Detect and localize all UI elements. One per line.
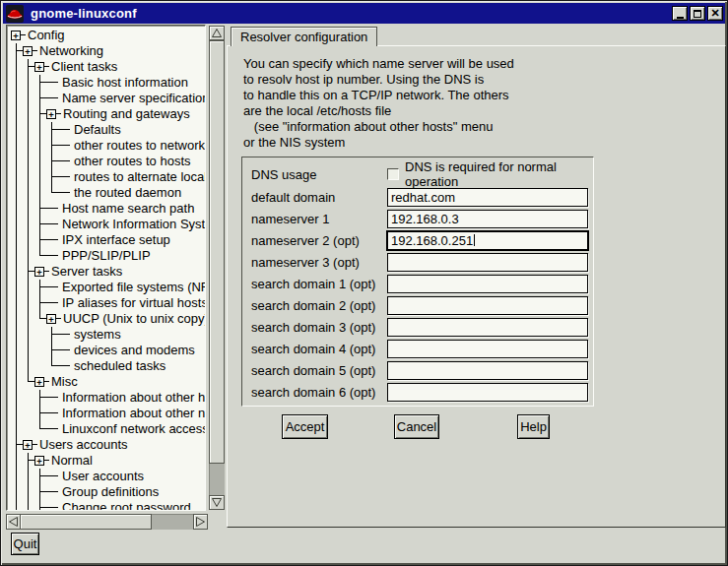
- tree-item[interactable]: +Normal: [11, 453, 205, 469]
- text-entry[interactable]: [387, 296, 588, 315]
- tree-expander-icon[interactable]: +: [34, 264, 49, 280]
- tree-guide-line: [34, 106, 46, 122]
- tree-item[interactable]: Information about other host: [11, 390, 205, 406]
- tree-item[interactable]: Host name search path: [11, 201, 205, 217]
- quit-button[interactable]: Quit: [11, 533, 39, 555]
- help-button[interactable]: Help: [517, 414, 550, 439]
- tree-expander-icon[interactable]: +: [23, 437, 37, 453]
- tree-expander-icon[interactable]: +: [34, 59, 49, 75]
- field-label: search domain 5 (opt): [251, 363, 387, 378]
- form-field-row: nameserver 2 (opt)192.168.0.251: [251, 229, 593, 251]
- tree-item[interactable]: +UUCP (Unix to unix copy): [11, 311, 205, 327]
- text-entry[interactable]: [387, 318, 588, 337]
- text-entry[interactable]: [387, 253, 588, 272]
- tree-item[interactable]: +Misc: [11, 374, 205, 390]
- tree-guide-line: [34, 122, 46, 138]
- tree-guide-line: [34, 217, 46, 232]
- tree-item[interactable]: the routed daemon: [11, 185, 205, 201]
- tree-expander-icon[interactable]: +: [11, 28, 26, 43]
- scroll-left-button[interactable]: [6, 514, 21, 530]
- titlebar[interactable]: gnome-linuxconf ✕: [3, 3, 725, 24]
- tree-item-label: UUCP (Unix to unix copy): [63, 311, 206, 327]
- tree-item[interactable]: +Users accounts: [11, 437, 205, 453]
- field-label: search domain 3 (opt): [251, 320, 387, 335]
- tree-expander-icon[interactable]: +: [34, 374, 49, 390]
- tree-expander-icon[interactable]: +: [46, 106, 61, 122]
- text-entry[interactable]: [387, 383, 588, 402]
- scroll-up-button[interactable]: [209, 26, 225, 40]
- tree-guide-line: [11, 138, 23, 154]
- tree-item[interactable]: +Routing and gateways: [11, 106, 205, 122]
- tree-guide-line: [34, 201, 46, 217]
- tree-item[interactable]: other routes to hosts: [11, 154, 205, 169]
- plus-box-icon[interactable]: +: [23, 46, 33, 56]
- tree-expander-icon[interactable]: +: [34, 453, 49, 469]
- cancel-button[interactable]: Cancel: [394, 414, 439, 439]
- tree-item[interactable]: Defaults: [11, 122, 205, 138]
- tree-expander-icon[interactable]: +: [46, 311, 61, 327]
- plus-box-icon[interactable]: +: [11, 31, 21, 40]
- text-entry[interactable]: [387, 340, 588, 358]
- tree-guide-line: [23, 185, 34, 201]
- tree-item[interactable]: Group definitions: [11, 484, 205, 500]
- tree-item[interactable]: other routes to networks: [11, 138, 205, 154]
- tree-guide-line: [46, 500, 60, 511]
- tree-item[interactable]: +Server tasks: [11, 264, 205, 280]
- tab-resolver-configuration[interactable]: Resolver configuration: [231, 27, 377, 46]
- tree-item[interactable]: routes to alternate local ne: [11, 169, 205, 185]
- tree-item[interactable]: PPP/SLIP/PLIP: [11, 248, 205, 264]
- tree-item[interactable]: +Client tasks: [11, 59, 205, 75]
- tree-expander-icon[interactable]: +: [23, 43, 37, 59]
- text-entry[interactable]: 192.168.0.251: [387, 231, 588, 250]
- tree-guide-line: [34, 91, 46, 106]
- horizontal-scroll-thumb[interactable]: [20, 514, 152, 530]
- plus-box-icon[interactable]: +: [46, 314, 56, 324]
- close-button[interactable]: ✕: [707, 6, 723, 21]
- plus-box-icon[interactable]: +: [34, 377, 44, 387]
- field-label: search domain 1 (opt): [251, 277, 387, 291]
- tree-item[interactable]: devices and modems: [11, 343, 205, 358]
- tree-vertical-scrollbar[interactable]: [209, 26, 225, 510]
- tree-item[interactable]: Change root password: [11, 500, 205, 511]
- tree-item[interactable]: +Networking: [11, 43, 205, 59]
- tree-guide-line: [58, 343, 72, 358]
- tree-item[interactable]: systems: [11, 327, 205, 343]
- maximize-button[interactable]: [690, 6, 705, 21]
- text-entry[interactable]: 192.168.0.3: [387, 210, 588, 228]
- tree-item-label: Server tasks: [51, 264, 122, 280]
- tree-guide-line: [23, 201, 34, 217]
- plus-box-icon[interactable]: +: [34, 456, 44, 466]
- tree-item-label: other routes to networks: [74, 138, 206, 154]
- tree-guide-line: [23, 280, 34, 295]
- tree-item[interactable]: User accounts: [11, 469, 205, 484]
- vertical-scroll-thumb[interactable]: [209, 40, 225, 464]
- tree-guide-line: [46, 232, 60, 248]
- tree-guide-line: [34, 154, 46, 169]
- plus-box-icon[interactable]: +: [23, 440, 33, 450]
- tree-item[interactable]: Linuxconf network access: [11, 421, 205, 437]
- tree-guide-line: [34, 169, 46, 185]
- tree-item[interactable]: IPX interface setup: [11, 232, 205, 248]
- tree-item[interactable]: IP aliases for virtual hosts: [11, 295, 205, 311]
- tree-item[interactable]: Information about other netw: [11, 406, 205, 421]
- minimize-button[interactable]: [672, 6, 688, 21]
- scroll-down-button[interactable]: [209, 495, 225, 510]
- text-entry[interactable]: [387, 361, 588, 380]
- tree-item[interactable]: scheduled tasks: [11, 358, 205, 374]
- plus-box-icon[interactable]: +: [34, 267, 44, 277]
- tree-horizontal-scrollbar[interactable]: [6, 514, 208, 530]
- text-entry[interactable]: redhat.com: [387, 188, 588, 207]
- tree-item[interactable]: Basic host information: [11, 75, 205, 91]
- text-entry[interactable]: [387, 275, 588, 293]
- scroll-right-button[interactable]: [193, 514, 208, 530]
- accept-button[interactable]: Accept: [282, 414, 328, 439]
- tree-item[interactable]: Exported file systems (NFS): [11, 280, 205, 295]
- tree-item[interactable]: Name server specification (: [11, 91, 205, 106]
- tree-guide-line: [46, 122, 58, 138]
- plus-box-icon[interactable]: +: [46, 109, 56, 119]
- tree-item[interactable]: +Config: [11, 28, 205, 43]
- dns-required-checkbox[interactable]: [387, 168, 399, 180]
- tree-guide-line: [23, 217, 34, 232]
- plus-box-icon[interactable]: +: [34, 62, 44, 72]
- tree-item[interactable]: Network Information System: [11, 217, 205, 232]
